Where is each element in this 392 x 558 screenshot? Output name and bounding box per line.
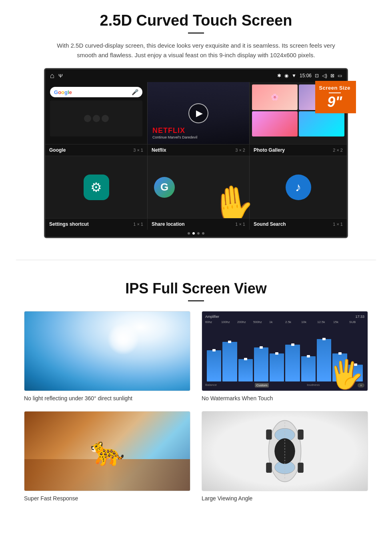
amplifier-label: No Watermarks When Touch xyxy=(202,395,368,401)
car-label: Large Viewing Angle xyxy=(202,495,368,502)
device-screen: ⌂ Ψ ✱ ◉ ▼ 15:06 ⊡ ◁) ⊠ ▭ xyxy=(44,68,348,238)
section1-title: 2.5D Curved Touch Screen xyxy=(24,12,368,29)
dot-4 xyxy=(202,232,204,235)
sound-size: 1 × 1 xyxy=(333,222,343,227)
feature-amplifier: Amplifier 17:33 60hz 100hz 200hz 500hz 1… xyxy=(202,311,368,401)
google-logo: Google xyxy=(54,89,72,95)
battery-icon: ▭ xyxy=(338,73,342,78)
share-label-row: Share location 1 × 1 xyxy=(147,219,249,230)
sound-search-cell[interactable]: ♪ xyxy=(249,156,347,218)
netflix-subtitle: Continue Marvel's Daredevil xyxy=(148,135,249,139)
gallery-label: Photo Gallery xyxy=(254,147,285,153)
feature-sunlight: No light reflecting under 360° direct su… xyxy=(24,311,190,401)
settings-label-row: Settings shortcut 1 × 1 xyxy=(45,219,147,230)
bar-5 xyxy=(270,353,284,382)
netflix-label: Netflix xyxy=(152,147,166,153)
car-top-view xyxy=(261,415,309,487)
cheetah-emoji: 🐆 xyxy=(90,435,125,468)
netflix-size: 3 × 2 xyxy=(235,148,245,153)
bar-7 xyxy=(301,356,316,381)
settings-cell[interactable]: ⚙ xyxy=(45,156,147,218)
photo-thumb-3 xyxy=(252,111,298,137)
sunlight-image xyxy=(24,311,190,391)
badge-size: 9" xyxy=(327,94,342,110)
amp-title: Amplifier xyxy=(205,315,219,319)
feature-car: Large Viewing Angle xyxy=(202,411,368,502)
microphone-icon[interactable]: 🎤 xyxy=(132,89,138,95)
feature-grid: No light reflecting under 360° direct su… xyxy=(24,311,368,502)
maps-cell[interactable]: G 🤚 xyxy=(147,156,249,218)
dot-1 xyxy=(188,232,190,235)
gallery-label-row: Photo Gallery 2 × 2 xyxy=(249,145,347,156)
share-size: 1 × 1 xyxy=(235,222,245,227)
bar-3 xyxy=(238,359,253,381)
device-mockup: Screen Size 9" ⌂ Ψ ✱ ◉ ▼ 15:06 ⊡ ◁) ⊠ xyxy=(44,68,348,238)
ips-screen-section: IPS Full Screen View No light reflecting… xyxy=(0,272,392,514)
photo-thumb-1: 🌸 xyxy=(252,84,298,110)
sunlight-label: No light reflecting under 360° direct su… xyxy=(24,395,190,401)
usb-icon: Ψ xyxy=(58,73,63,79)
amp-freq-labels: 60hz 100hz 200hz 500hz 1k 2.5k 10k 12.5k… xyxy=(205,320,364,324)
status-bar-left: ⌂ Ψ xyxy=(50,72,63,80)
netflix-cell[interactable]: ▶ NETFLIX Continue Marvel's Daredevil xyxy=(147,82,249,144)
section2-underline xyxy=(188,300,204,301)
home-icon[interactable]: ⌂ xyxy=(50,72,54,80)
sound-label-row: Sound Search 1 × 1 xyxy=(249,219,347,230)
wifi-icon: ▼ xyxy=(292,73,296,78)
dot-3 xyxy=(197,232,200,235)
bar-6 xyxy=(285,345,300,381)
car-visual xyxy=(202,411,368,491)
svg-rect-4 xyxy=(266,430,272,440)
netflix-logo: NETFLIX xyxy=(148,126,249,135)
close-icon: ⊠ xyxy=(330,73,334,78)
status-bar-right: ✱ ◉ ▼ 15:06 ⊡ ◁) ⊠ ▭ xyxy=(277,73,342,78)
share-label: Share location xyxy=(152,221,185,227)
screen-size-badge: Screen Size 9" xyxy=(315,81,356,113)
bar-1 xyxy=(207,350,221,381)
amp-loudness-label: loudness xyxy=(307,383,320,387)
badge-title: Screen Size xyxy=(319,85,351,91)
status-bar: ⌂ Ψ ✱ ◉ ▼ 15:06 ⊡ ◁) ⊠ ▭ xyxy=(45,69,347,82)
gps-icon: ◉ xyxy=(284,73,288,78)
settings-size: 1 × 1 xyxy=(133,222,143,227)
amp-time: 17:33 xyxy=(355,315,364,319)
bluetooth-icon: ✱ xyxy=(277,73,281,78)
netflix-label-row: Netflix 3 × 2 xyxy=(147,145,249,156)
maps-g-icon: G xyxy=(154,177,175,198)
bar-4 xyxy=(254,347,268,381)
time-display: 15:06 xyxy=(300,73,312,78)
amp-header: Amplifier 17:33 xyxy=(205,315,364,319)
amplifier-image: Amplifier 17:33 60hz 100hz 200hz 500hz 1… xyxy=(202,311,368,391)
pointing-hand: 🤚 xyxy=(209,184,256,218)
cheetah-label: Super Fast Response xyxy=(24,495,190,502)
gallery-size: 2 × 2 xyxy=(333,148,343,153)
settings-label: Settings shortcut xyxy=(49,221,89,227)
bar-2 xyxy=(222,342,237,381)
amp-custom-btn[interactable]: Custom xyxy=(255,383,269,387)
badge-divider xyxy=(329,92,341,93)
camera-icon: ⊡ xyxy=(315,73,319,78)
sound-label: Sound Search xyxy=(254,221,286,227)
section1-description: With 2.5D curved-display screen, this de… xyxy=(56,41,336,60)
sound-icon: ♪ xyxy=(286,175,311,200)
cheetah-image: 🐆 xyxy=(24,411,190,491)
sunlight-visual xyxy=(24,311,190,391)
section-divider xyxy=(16,260,376,260)
svg-rect-7 xyxy=(298,463,303,473)
pagination-dots xyxy=(45,230,347,237)
google-size: 3 × 1 xyxy=(133,148,143,153)
svg-rect-5 xyxy=(298,430,303,440)
amp-balance-label: Balance xyxy=(205,383,217,387)
feature-cheetah: 🐆 Super Fast Response xyxy=(24,411,190,502)
title-underline xyxy=(188,32,204,34)
section2-title: IPS Full Screen View xyxy=(24,280,368,297)
car-image xyxy=(202,411,368,491)
settings-icon: ⚙ xyxy=(84,175,109,200)
google-search-bar[interactable]: Google 🎤 xyxy=(50,87,142,97)
volume-icon: ◁) xyxy=(322,73,327,78)
google-label: Google xyxy=(49,147,66,153)
cheetah-visual: 🐆 xyxy=(24,411,190,491)
svg-rect-6 xyxy=(266,463,272,473)
curved-touch-screen-section: 2.5D Curved Touch Screen With 2.5D curve… xyxy=(0,0,392,248)
dot-2 xyxy=(192,232,195,235)
